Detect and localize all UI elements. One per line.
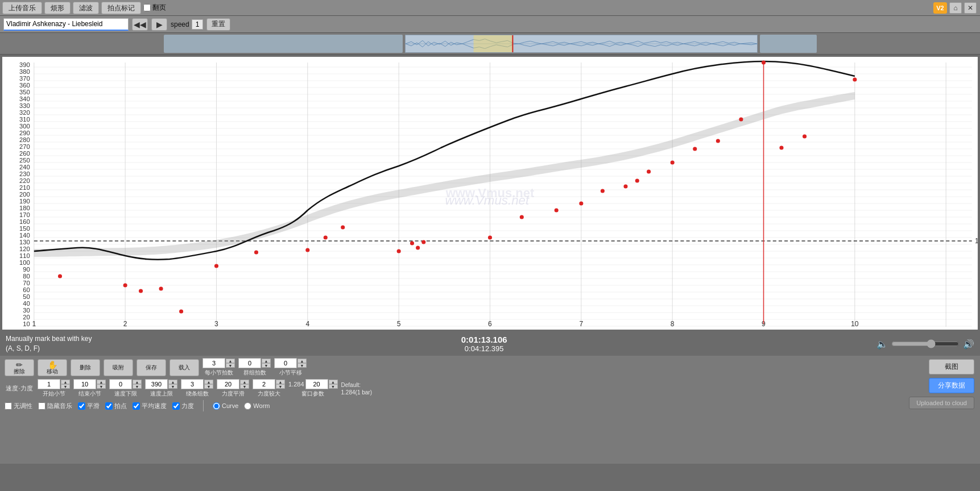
waveform-container[interactable] [405,35,758,53]
save-button[interactable]: 保存 [137,359,166,376]
bar-offset-input[interactable] [274,358,297,368]
speed-high-group: ▲ ▼ 速度上限 [145,379,177,398]
absorb-button[interactable]: 吸附 [104,359,133,376]
hide-music-checkbox[interactable] [38,402,46,410]
main-chart-area[interactable]: www.Vmus.net 390 380 370 360 350 340 330… [2,57,978,330]
flip-checkbox[interactable] [143,4,151,11]
max-down[interactable]: ▼ [276,384,285,389]
svg-point-113 [254,251,258,255]
svg-point-108 [123,284,127,288]
worm-radio-label[interactable]: Worm [244,402,270,410]
end-bar-down[interactable]: ▼ [97,384,106,389]
window-down[interactable]: ▼ [329,384,338,389]
force-checkbox[interactable] [172,402,180,410]
beats-per-bar-label: 每小节拍数 [205,369,233,377]
load-button[interactable]: 载入 [169,359,199,376]
curve-radio[interactable] [213,402,220,410]
no-pitch-label[interactable]: 无调性 [5,402,32,410]
curve-radio-label[interactable]: Curve [213,402,238,410]
move-button[interactable]: ✋ 移动 [38,359,67,376]
group-beats-up[interactable]: ▲ [262,359,271,363]
svg-text:190: 190 [19,198,30,205]
speed-high-input[interactable] [145,379,168,389]
svg-text:350: 350 [19,89,30,95]
bar-offset-up[interactable]: ▲ [297,359,307,363]
erase-button[interactable]: ✏ 擦除 [5,359,34,376]
hide-music-label[interactable]: 隐藏音乐 [38,402,72,410]
svg-point-123 [555,209,559,213]
band-up[interactable]: ▲ [204,380,213,384]
start-bar-down[interactable]: ▼ [61,384,70,389]
speed-high-down[interactable]: ▼ [168,384,177,389]
home-icon[interactable]: ⌂ [949,2,962,14]
svg-point-121 [488,236,492,240]
flip-checkbox-label[interactable]: 翻页 [143,3,166,13]
speed-low-label: 速度下限 [114,390,137,398]
group-beats-down[interactable]: ▼ [262,363,271,368]
start-bar-input[interactable] [38,379,60,389]
no-pitch-checkbox[interactable] [5,402,12,410]
smooth-up[interactable]: ▲ [240,380,249,384]
right-panel-buttons: 截图 分享数据 Uploaded to cloud [909,359,974,409]
avg-speed-label[interactable]: 平均速度 [133,402,167,410]
bar-offset-down[interactable]: ▼ [297,363,307,368]
window-up[interactable]: ▲ [329,380,338,384]
beat-mark-button[interactable]: 拍点标记 [101,2,141,14]
song-title-input[interactable]: Vladimir Ashkenazy - Liebesleid [3,18,129,31]
hint-text2: (A, S, D, F) [6,344,92,353]
band-input[interactable] [181,379,204,389]
beat-check-label[interactable]: 拍点 [105,402,127,410]
window-input[interactable] [305,379,328,389]
shape-button[interactable]: 烦形 [44,2,71,14]
reset-button[interactable]: 重置 [206,18,230,31]
volume-slider[interactable] [891,339,960,348]
svg-text:250: 250 [19,157,30,164]
speed-high-up[interactable]: ▲ [168,380,177,384]
band-down[interactable]: ▼ [204,384,213,389]
delete-button[interactable]: 删除 [71,359,100,376]
speed-low-up[interactable]: ▲ [133,380,142,384]
smooth-check-text: 平滑 [87,402,100,410]
worm-radio[interactable] [244,402,251,410]
beat-check-text: 拍点 [114,402,127,410]
svg-text:10: 10 [851,320,859,328]
close-icon[interactable]: ✕ [964,2,977,14]
version-badge[interactable]: V2 [933,2,947,14]
smooth-check-label[interactable]: 平滑 [78,402,100,410]
avg-speed-checkbox[interactable] [133,402,140,410]
controls-row3: 无调性 隐藏音乐 平滑 拍点 平均速度 力度 Curve Wor [5,400,975,411]
svg-text:5: 5 [397,320,401,328]
start-bar-label: 开始小节 [43,390,65,398]
end-bar-group: ▲ ▼ 结束小节 [73,379,106,398]
chart-svg: 390 380 370 360 350 340 330 320 310 300 … [2,57,978,330]
svg-point-112 [214,264,218,268]
smooth-down[interactable]: ▼ [240,384,249,389]
beats-per-bar-input[interactable] [202,358,225,368]
speed-low-input[interactable] [109,379,132,389]
end-bar-up[interactable]: ▲ [97,380,106,384]
window-group: 1.284 ▲ ▼ 窗口参数 [288,379,338,398]
share-button[interactable]: 分享数据 [929,378,974,393]
svg-text:2: 2 [123,320,127,328]
no-pitch-text: 无调性 [14,402,32,410]
max-up[interactable]: ▲ [276,380,285,384]
force-label[interactable]: 力度 [172,402,194,410]
max-input[interactable] [253,379,275,389]
move-icon: ✋ [48,361,57,369]
beat-checkbox[interactable] [105,402,113,410]
screenshot-button2[interactable]: 截图 [929,359,974,375]
play-button[interactable]: ▶ [151,18,167,31]
svg-text:90: 90 [23,266,30,273]
speed-low-down[interactable]: ▼ [133,384,142,389]
start-bar-up[interactable]: ▲ [61,380,70,384]
svg-point-133 [762,61,766,65]
group-beats-input[interactable] [238,358,261,368]
end-bar-input[interactable] [73,379,96,389]
filter-button[interactable]: 滤波 [73,2,99,14]
upload-music-button[interactable]: 上传音乐 [2,2,42,14]
beats-per-bar-up[interactable]: ▲ [226,359,235,363]
smooth-input[interactable] [217,379,239,389]
prev-button[interactable]: ◀◀ [132,18,148,31]
beats-per-bar-down[interactable]: ▼ [226,363,235,368]
smooth-checkbox[interactable] [78,402,85,410]
